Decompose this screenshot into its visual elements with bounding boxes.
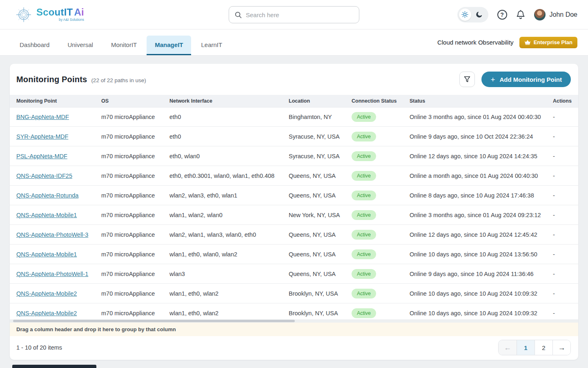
cell-network-interface: eth0: [169, 133, 289, 140]
theme-toggle[interactable]: [457, 7, 488, 22]
monitoring-point-link[interactable]: BNG-AppNeta-MDF: [16, 114, 69, 120]
filter-button[interactable]: [459, 72, 475, 87]
cell-actions: -: [553, 271, 572, 277]
cell-connection-status: Active: [352, 308, 410, 318]
app-logo[interactable]: ScoutITAi by A&I Solutions: [15, 6, 84, 24]
active-status-badge: Active: [352, 269, 376, 279]
user-menu[interactable]: John Doe: [534, 9, 578, 20]
cell-monitoring-point: SYR-AppNeta-MDF: [16, 133, 101, 140]
table-row: QNS-AppNeta-Rotundam70 microAppliancewla…: [10, 186, 578, 205]
filter-icon: [464, 76, 470, 83]
column-header-actions[interactable]: Actions: [553, 98, 572, 104]
cell-os: m70 microAppliance: [101, 192, 169, 199]
tab-dashboard[interactable]: Dashboard: [11, 36, 58, 55]
cell-monitoring-point: QNS-AppNeta-IDF25: [16, 173, 101, 179]
logo-brand-main: ScoutIT: [36, 7, 73, 18]
cell-monitoring-point: QNS-AppNeta-PhotoWell-3: [16, 231, 101, 238]
monitoring-point-link[interactable]: PSL-AppNeta-MDF: [16, 153, 67, 159]
cell-location: Syracuse, NY, USA: [289, 133, 352, 140]
cell-network-interface: eth0, eth0.3001, wlan0, wlan1, eth0.408: [169, 173, 289, 179]
tab-monitorit[interactable]: MonitorIT: [103, 36, 145, 55]
monitoring-point-link[interactable]: QNS-AppNeta-Rotunda: [16, 192, 78, 199]
help-button[interactable]: ?: [497, 10, 507, 20]
column-header-os[interactable]: OS: [101, 98, 169, 104]
cell-network-interface: wlan3: [169, 271, 289, 277]
observability-label: Cloud network Observability: [437, 39, 514, 46]
cell-status: Online 10 days ago, since 10 Aug 2024 10…: [410, 310, 553, 316]
global-search[interactable]: [229, 6, 359, 23]
cell-os: m70 microAppliance: [101, 290, 169, 297]
tab-universal[interactable]: Universal: [59, 36, 101, 55]
next-page-button[interactable]: →: [552, 340, 570, 355]
cell-connection-status: Active: [352, 171, 410, 181]
avatar: [534, 9, 546, 20]
top-right-actions: ? John Doe: [457, 7, 578, 22]
pager: ← 12 →: [498, 340, 571, 355]
group-by-dropzone[interactable]: Drag a column header and drop it here to…: [10, 323, 578, 336]
column-header-network-interface[interactable]: Network Interface: [169, 98, 289, 104]
column-header-location[interactable]: Location: [289, 98, 352, 104]
monitoring-point-link[interactable]: QNS-AppNeta-Mobile1: [16, 251, 77, 258]
sun-icon[interactable]: [459, 9, 471, 21]
table-row: QNS-AppNeta-PhotoWell-3m70 microApplianc…: [10, 225, 578, 245]
table-row: QNS-AppNeta-PhotoWell-1m70 microApplianc…: [10, 264, 578, 284]
moon-icon[interactable]: [473, 9, 485, 21]
arrow-left-icon: ←: [504, 343, 511, 352]
notifications-button[interactable]: [516, 10, 525, 20]
column-header-status[interactable]: Status: [410, 98, 553, 104]
main-nav: DashboardUniversalMonitorITManageITLearn…: [0, 29, 588, 56]
search-input[interactable]: [246, 11, 353, 18]
monitoring-point-link[interactable]: QNS-AppNeta-PhotoWell-1: [16, 271, 88, 277]
cell-location: New York, NY, USA: [289, 212, 352, 218]
add-monitoring-point-label: Add Monitoring Point: [500, 76, 562, 83]
nav-tabs: DashboardUniversalMonitorITManageITLearn…: [11, 29, 230, 55]
previous-page-button[interactable]: ←: [499, 340, 517, 355]
monitoring-point-link[interactable]: QNS-AppNeta-PhotoWell-3: [16, 231, 88, 238]
cell-location: Brooklyn, NY, USA: [289, 310, 352, 316]
cell-actions: -: [553, 192, 572, 199]
monitoring-point-link[interactable]: SYR-AppNeta-MDF: [16, 133, 68, 140]
add-monitoring-point-button[interactable]: + Add Monitoring Point: [481, 72, 571, 87]
monitoring-point-link[interactable]: QNS-AppNeta-IDF25: [16, 173, 72, 179]
monitoring-points-card: Monitoring Points (22 of 22 paths in use…: [10, 64, 578, 360]
search-icon: [235, 11, 242, 18]
plan-badge[interactable]: Enterprise Plan: [519, 37, 577, 48]
active-status-badge: Active: [352, 151, 376, 161]
column-header-monitoring-point[interactable]: Monitoring Point: [16, 98, 101, 104]
scrollbar-thumb[interactable]: [13, 320, 295, 322]
cell-location: Syracuse, NY, USA: [289, 153, 352, 159]
monitoring-point-link[interactable]: QNS-AppNeta-Mobile1: [16, 212, 77, 218]
arrow-right-icon: →: [558, 343, 566, 352]
tab-manageit[interactable]: ManageIT: [147, 36, 191, 55]
monitoring-point-link[interactable]: QNS-AppNeta-Mobile2: [16, 290, 77, 297]
page-button-2[interactable]: 2: [535, 340, 552, 355]
cell-network-interface: wlan2, wlan1, wlan3, wlan0, eth0: [169, 231, 289, 238]
active-status-badge: Active: [352, 112, 376, 122]
horizontal-scrollbar[interactable]: [10, 319, 578, 323]
cell-monitoring-point: QNS-AppNeta-PhotoWell-1: [16, 271, 101, 277]
cell-location: Queens, NY, USA: [289, 173, 352, 179]
cell-connection-status: Active: [352, 151, 410, 161]
cell-actions: -: [553, 310, 572, 316]
monitoring-point-link[interactable]: QNS-AppNeta-Mobile2: [16, 310, 77, 316]
cell-monitoring-point: QNS-AppNeta-Rotunda: [16, 192, 101, 199]
cell-connection-status: Active: [352, 249, 410, 259]
cell-os: m70 microAppliance: [101, 251, 169, 258]
cell-os: m70 microAppliance: [101, 310, 169, 316]
cell-network-interface: wlan1, eth0, wlan2: [169, 290, 289, 297]
page-button-1[interactable]: 1: [517, 340, 535, 355]
cell-connection-status: Active: [352, 230, 410, 240]
cell-actions: -: [553, 133, 572, 140]
active-status-badge: Active: [352, 230, 376, 240]
table-row: BNG-AppNeta-MDFm70 microApplianceeth0Bin…: [10, 107, 578, 127]
tab-learnit[interactable]: LearnIT: [193, 36, 230, 55]
monitoring-points-table: Monitoring PointOSNetwork InterfaceLocat…: [10, 95, 578, 323]
table-row: QNS-AppNeta-Mobile1m70 microAppliancewla…: [10, 205, 578, 225]
cell-location: Queens, NY, USA: [289, 231, 352, 238]
cell-os: m70 microAppliance: [101, 271, 169, 277]
cell-os: m70 microAppliance: [101, 153, 169, 159]
column-header-connection-status[interactable]: Connection Status: [352, 98, 410, 104]
cell-status: Online 10 days ago, since 10 Aug 2024 10…: [410, 290, 553, 297]
table-header-row: Monitoring PointOSNetwork InterfaceLocat…: [10, 95, 578, 107]
cell-actions: -: [553, 212, 572, 218]
